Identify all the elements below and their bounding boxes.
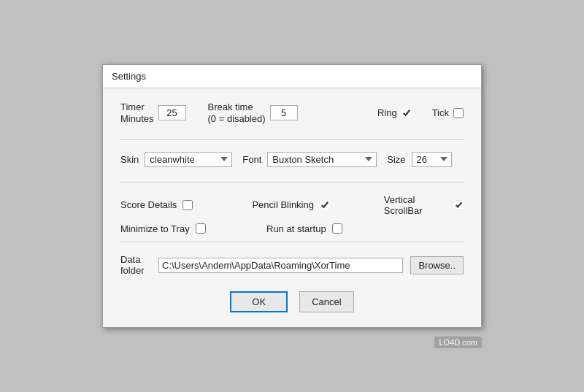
data-folder-input[interactable] xyxy=(158,258,403,273)
pencil-blinking-checkbox[interactable] xyxy=(320,200,330,210)
run-at-startup-checkbox[interactable] xyxy=(332,223,342,234)
tick-checkbox[interactable] xyxy=(453,108,464,118)
ring-label: Ring xyxy=(377,107,397,118)
break-input[interactable] xyxy=(270,105,298,120)
run-at-startup-label: Run at startup xyxy=(266,223,326,234)
font-label: Font xyxy=(242,154,261,165)
data-folder-label: Data folder xyxy=(120,254,151,277)
minimize-to-tray-checkbox[interactable] xyxy=(196,223,206,234)
vertical-scrollbar-checkbox[interactable] xyxy=(454,200,464,210)
skin-label: Skin xyxy=(120,154,139,165)
timer-label: Timer Minutes xyxy=(120,101,154,124)
tick-label: Tick xyxy=(432,107,449,118)
ok-button[interactable]: OK xyxy=(230,291,288,312)
minimize-to-tray-label: Minimize to Tray xyxy=(120,223,190,234)
timer-input[interactable] xyxy=(158,105,186,120)
skin-select[interactable]: cleanwhite dark light xyxy=(145,152,232,167)
font-select[interactable]: Buxton Sketch Arial Verdana xyxy=(267,152,377,167)
logo-badge: LO4D.com xyxy=(434,337,482,348)
title-text: Settings xyxy=(112,71,146,82)
size-label: Size xyxy=(387,154,405,165)
score-details-label: Score Details xyxy=(120,199,177,210)
score-details-checkbox[interactable] xyxy=(182,200,193,210)
ring-checkbox[interactable] xyxy=(402,108,412,118)
size-select[interactable]: 26 20 22 24 28 30 xyxy=(412,152,452,167)
vertical-scrollbar-label: Vertical ScrollBar xyxy=(384,194,448,216)
cancel-button[interactable]: Cancel xyxy=(299,291,353,312)
break-label: Break time (0 = disabled) xyxy=(208,101,266,124)
dialog-title: Settings xyxy=(103,65,481,88)
browse-button[interactable]: Browse.. xyxy=(410,256,464,274)
pencil-blinking-label: Pencil Blinking xyxy=(252,199,314,210)
